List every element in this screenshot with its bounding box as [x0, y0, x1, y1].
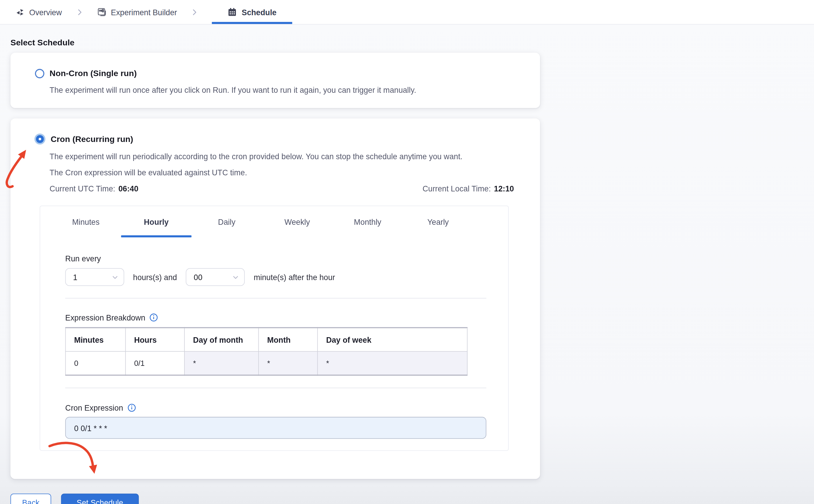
- col-header-day-of-week: Day of week: [318, 328, 467, 352]
- tab-daily[interactable]: Daily: [191, 206, 262, 237]
- hours-suffix-text: hours(s) and: [133, 272, 177, 281]
- footer-actions: Back Set Schedule: [11, 493, 804, 504]
- cron-expression-label: Cron Expression: [65, 403, 123, 412]
- cell-day-of-week: *: [318, 352, 467, 375]
- cron-option-row[interactable]: Cron (Recurring run): [35, 133, 540, 144]
- tab-minutes[interactable]: Minutes: [51, 206, 121, 237]
- breadcrumb-label: Schedule: [242, 8, 277, 16]
- overview-pinwheel-icon: [16, 8, 24, 16]
- non-cron-option-row[interactable]: Non-Cron (Single run): [35, 69, 519, 78]
- cell-minutes: 0: [66, 352, 126, 375]
- cell-day-of-month: *: [184, 352, 258, 375]
- col-header-minutes: Minutes: [66, 328, 126, 352]
- breadcrumb-item-overview[interactable]: Overview: [16, 0, 62, 24]
- chevron-down-icon: [232, 274, 239, 280]
- tab-monthly[interactable]: Monthly: [333, 206, 403, 237]
- breadcrumb: Overview Experiment Builder: [0, 0, 814, 25]
- current-utc-time: Current UTC Time: 06:40: [49, 184, 138, 193]
- current-times-row: Current UTC Time: 06:40 Current Local Ti…: [49, 184, 514, 193]
- cron-option-card: Cron (Recurring run) The experiment will…: [11, 119, 540, 479]
- cron-radio[interactable]: [35, 133, 45, 144]
- back-button[interactable]: Back: [11, 493, 51, 504]
- chevron-right-icon: [76, 0, 83, 24]
- frequency-tabs: Minutes Hourly Daily Weekly Monthly Year…: [51, 206, 508, 237]
- tab-hourly[interactable]: Hourly: [121, 206, 192, 237]
- experiment-builder-icon: [97, 7, 106, 17]
- minutes-suffix-text: minute(s) after the hour: [254, 272, 335, 281]
- cron-builder-panel: Minutes Hourly Daily Weekly Monthly Year…: [40, 205, 509, 451]
- hours-select-value: 1: [73, 272, 78, 281]
- table-header-row: Minutes Hours Day of month Month Day of …: [66, 328, 467, 352]
- cron-expression-header: Cron Expression: [65, 403, 485, 412]
- chevron-down-icon: [112, 274, 118, 280]
- expression-breakdown-label: Expression Breakdown: [65, 313, 145, 322]
- local-time-value: 12:10: [494, 184, 514, 193]
- col-header-hours: Hours: [126, 328, 184, 352]
- col-header-month: Month: [258, 328, 317, 352]
- utc-time-label: Current UTC Time:: [49, 184, 115, 193]
- current-local-time: Current Local Time: 12:10: [423, 184, 514, 193]
- cron-description-1: The experiment will run periodically acc…: [49, 152, 540, 161]
- minutes-select[interactable]: 00: [186, 268, 245, 286]
- local-time-label: Current Local Time:: [423, 184, 491, 193]
- non-cron-description: The experiment will run once after you c…: [49, 85, 519, 94]
- expression-breakdown-table: Minutes Hours Day of month Month Day of …: [65, 327, 467, 376]
- chevron-right-icon: [191, 0, 198, 24]
- page-title: Select Schedule: [11, 38, 804, 47]
- set-schedule-button[interactable]: Set Schedule: [61, 493, 139, 504]
- info-icon[interactable]: [127, 403, 136, 412]
- hours-select[interactable]: 1: [65, 268, 124, 286]
- non-cron-option-card: Non-Cron (Single run) The experiment wil…: [11, 53, 540, 108]
- schedule-page: Overview Experiment Builder: [0, 0, 814, 504]
- cell-hours: 0/1: [126, 352, 184, 375]
- calendar-icon: [228, 7, 237, 17]
- run-every-label: Run every: [65, 254, 485, 263]
- non-cron-title: Non-Cron (Single run): [49, 69, 137, 78]
- divider: [65, 298, 486, 299]
- tab-weekly[interactable]: Weekly: [262, 206, 333, 237]
- breadcrumb-label: Experiment Builder: [111, 8, 177, 16]
- expression-breakdown-header: Expression Breakdown: [65, 313, 485, 322]
- run-every-section: Run every 1 hours(s) and 00: [65, 254, 485, 286]
- non-cron-radio[interactable]: [35, 69, 44, 78]
- utc-time-value: 06:40: [118, 184, 138, 193]
- breadcrumb-item-experiment-builder[interactable]: Experiment Builder: [97, 0, 177, 24]
- breadcrumb-label: Overview: [29, 8, 62, 16]
- table-row: 0 0/1 * * *: [66, 352, 467, 375]
- cell-month: *: [258, 352, 317, 375]
- minutes-select-value: 00: [194, 272, 203, 281]
- col-header-day-of-month: Day of month: [184, 328, 258, 352]
- schedule-content: Select Schedule Non-Cron (Single run) Th…: [0, 38, 814, 504]
- cron-expression-input[interactable]: [65, 417, 486, 439]
- tab-yearly[interactable]: Yearly: [403, 206, 473, 237]
- cron-title: Cron (Recurring run): [51, 134, 133, 144]
- cron-description-2: The Cron expression will be evaluated ag…: [49, 168, 540, 177]
- breadcrumb-item-schedule[interactable]: Schedule: [212, 0, 292, 24]
- divider: [65, 388, 486, 388]
- info-icon[interactable]: [150, 313, 158, 322]
